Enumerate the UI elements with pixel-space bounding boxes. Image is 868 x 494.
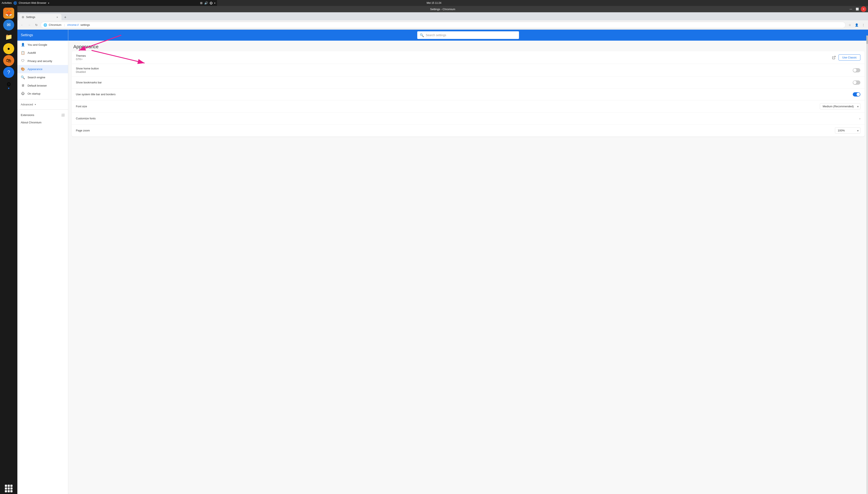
dock-icon-help[interactable]: ? — [3, 67, 14, 78]
privacy-icon: 🛡 — [21, 59, 25, 63]
settings-tab[interactable]: ⚙ Settings ✕ — [19, 14, 61, 20]
search-engine-icon: 🔍 — [21, 75, 25, 79]
appearance-icon: 🎨 — [21, 67, 25, 71]
main-content-area: Settings 👤 You and Google 📋 Autofill 🛡 P… — [17, 30, 217, 124]
nav-bar: ← → ↻ 🌐 Chromium | chrome:// settings ☆ … — [17, 20, 217, 30]
on-startup-icon: ⏻ — [21, 92, 25, 95]
app-name-label[interactable]: Chromium Web Browser — [19, 1, 46, 4]
sidebar-label-autofill: Autofill — [28, 51, 36, 54]
extensions-label: Extensions — [21, 113, 34, 117]
about-label: About Chromium — [21, 121, 41, 124]
show-home-button-label: Show home button — [76, 67, 217, 70]
sidebar-item-about[interactable]: About Chromium — [17, 119, 68, 124]
main-panel: Appearance Themes GTK+ — [68, 41, 217, 124]
customize-fonts-label: Customize fonts — [76, 117, 217, 120]
back-button[interactable]: ← — [19, 22, 25, 28]
volume-icon[interactable]: 🔊 — [204, 1, 208, 5]
browser-window: Settings - Chromium — ⬜ ✕ ⚙ Settings ✕ +… — [17, 6, 217, 124]
extensions-icon: ⬜ — [61, 113, 65, 117]
sidebar-label-on-startup: On startup — [28, 92, 40, 95]
system-title-bar-label: Use system title bar and borders — [76, 93, 217, 96]
window-titlebar: Settings - Chromium — ⬜ ✕ — [17, 6, 217, 12]
sidebar-label-appearance: Appearance — [28, 68, 42, 71]
tab-settings-icon: ⚙ — [22, 16, 24, 19]
font-size-label: Font size — [76, 105, 217, 108]
sidebar-label-privacy: Privacy and security — [28, 59, 52, 63]
tab-settings-label: Settings — [26, 16, 35, 19]
sidebar-item-default-browser[interactable]: 🖥 Default browser — [17, 81, 68, 90]
dock-icon-settings[interactable]: ⚙ — [3, 79, 14, 90]
sidebar-label-you-and-google: You and Google — [28, 43, 47, 46]
dock-icon-software[interactable]: 🛍 — [3, 55, 14, 66]
show-bookmarks-bar-row: Show bookmarks bar — [72, 77, 217, 89]
activities-label[interactable]: Activities — [2, 1, 12, 4]
sys-dropdown-icon[interactable]: ▾ — [214, 2, 215, 4]
settings-search-header: 🔍 Search settings — [68, 30, 217, 41]
font-size-row: Font size Very small Small Medium (Recom… — [72, 100, 217, 113]
show-home-button-sub: Disabled — [76, 71, 217, 73]
sidebar-item-appearance[interactable]: 🎨 Appearance — [17, 65, 68, 73]
autofill-icon: 📋 — [21, 51, 25, 55]
forward-button[interactable]: → — [26, 22, 32, 28]
os-dock: 🦊 ✉ 📁 ● 🛍 ? ⚙ — [0, 6, 17, 124]
sidebar-item-autofill[interactable]: 📋 Autofill — [17, 49, 68, 57]
dock-icon-firefox[interactable]: 🦊 — [3, 7, 14, 19]
address-bar[interactable]: 🌐 Chromium | chrome:// settings — [41, 22, 217, 28]
dock-icon-music[interactable]: ● — [3, 43, 14, 54]
sidebar-item-extensions[interactable]: Extensions ⬜ — [17, 111, 68, 119]
right-panel: 🔍 Search settings Appearance Themes — [68, 30, 217, 124]
themes-sub: GTK+ — [76, 58, 217, 61]
sidebar-advanced-label: Advanced — [21, 103, 33, 106]
customize-fonts-content: Customize fonts — [76, 117, 217, 120]
settings-sidebar: Settings 👤 You and Google 📋 Autofill 🛡 P… — [17, 30, 68, 124]
os-topbar: Activities 🌀 Chromium Web Browser ▾ Mei … — [0, 0, 217, 6]
sidebar-advanced-arrow: ▾ — [35, 103, 36, 106]
section-title-appearance: Appearance — [68, 41, 217, 51]
appearance-settings-card: Themes GTK+ — [72, 51, 217, 124]
address-site: Chromium — [49, 23, 61, 26]
tab-bar: ⚙ Settings ✕ + — [17, 12, 217, 20]
os-topbar-left: Activities 🌀 Chromium Web Browser ▾ — [2, 1, 49, 5]
main-inner: Appearance Themes GTK+ — [68, 41, 217, 124]
show-home-button-content: Show home button Disabled — [76, 67, 217, 73]
chromium-icon: 🌀 — [13, 1, 17, 5]
sidebar-label-default-browser: Default browser — [28, 84, 47, 87]
address-bar-globe-icon: 🌐 — [43, 23, 47, 27]
dock-icon-files[interactable]: 📁 — [3, 31, 14, 42]
font-size-content: Font size — [76, 105, 217, 108]
dock-icon-mail[interactable]: ✉ — [3, 19, 14, 31]
address-protocol: chrome:// — [67, 23, 79, 26]
os-topbar-right: ⊞ 🔊 ⏻ ▾ — [200, 1, 215, 5]
sidebar-header: Settings — [17, 30, 68, 41]
you-and-google-icon: 👤 — [21, 43, 25, 46]
sidebar-item-you-and-google[interactable]: 👤 You and Google — [17, 41, 68, 49]
themes-row-content: Themes GTK+ — [76, 54, 217, 61]
sidebar-label-search-engine: Search engine — [28, 76, 46, 79]
themes-row: Themes GTK+ — [72, 51, 217, 64]
show-bookmarks-bar-content: Show bookmarks bar — [76, 81, 217, 84]
sidebar-item-privacy-security[interactable]: 🛡 Privacy and security — [17, 57, 68, 65]
customize-fonts-row[interactable]: Customize fonts › — [72, 113, 217, 124]
system-title-bar-content: Use system title bar and borders — [76, 93, 217, 96]
themes-label: Themes — [76, 54, 217, 57]
app-dropdown-icon[interactable]: ▾ — [48, 2, 49, 4]
show-bookmarks-bar-label: Show bookmarks bar — [76, 81, 217, 84]
sidebar-item-search-engine[interactable]: 🔍 Search engine — [17, 73, 68, 81]
system-title-bar-row: Use system title bar and borders — [72, 89, 217, 100]
address-separator: | — [64, 23, 65, 26]
address-path: settings — [80, 23, 90, 26]
sidebar-title: Settings — [21, 33, 33, 37]
sys-grid-icon[interactable]: ⊞ — [200, 1, 203, 5]
default-browser-icon: 🖥 — [21, 83, 25, 88]
show-home-button-row: Show home button Disabled — [72, 64, 217, 77]
sidebar-advanced-section[interactable]: Advanced ▾ — [17, 101, 68, 108]
tab-close-button[interactable]: ✕ — [55, 16, 59, 19]
power-icon[interactable]: ⏻ — [210, 1, 213, 5]
sidebar-item-on-startup[interactable]: ⏻ On startup — [17, 90, 68, 98]
new-tab-button[interactable]: + — [62, 14, 68, 20]
refresh-button[interactable]: ↻ — [34, 22, 39, 28]
